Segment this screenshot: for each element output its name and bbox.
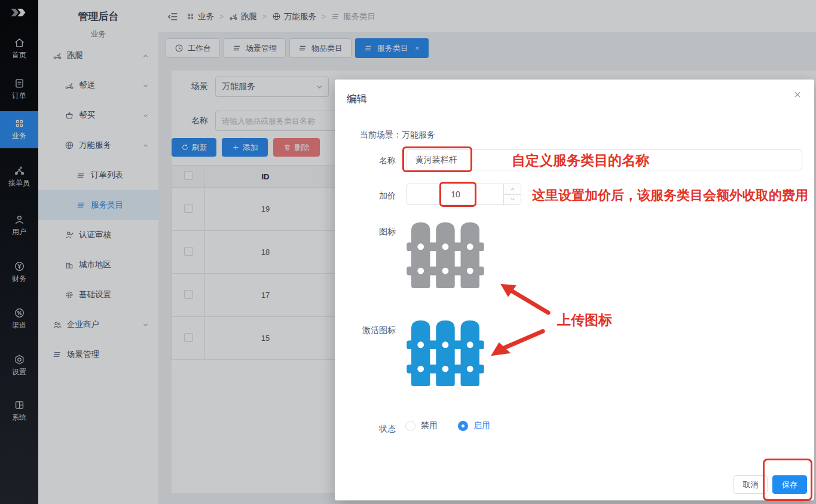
annotation-arrows: [335, 80, 814, 500]
arrow-head: [502, 285, 515, 296]
price-number-input: [407, 184, 521, 205]
arrow-to-gray-icon: [511, 291, 548, 313]
category-active-icon-upload[interactable]: [407, 319, 484, 387]
price-field-input[interactable]: [407, 184, 504, 204]
number-stepper: [503, 184, 521, 204]
name-field-label: 名称: [343, 155, 396, 166]
arrow-head: [492, 343, 509, 355]
status-radio-enabled[interactable]: [458, 421, 468, 431]
price-field-label: 加价: [343, 191, 396, 201]
save-button[interactable]: 保存: [772, 475, 807, 494]
chevron-up-icon: [510, 187, 515, 192]
status-radio-group: 禁用 启用: [405, 420, 490, 431]
name-field-input[interactable]: [407, 149, 802, 170]
status-radio-disabled[interactable]: [405, 421, 415, 431]
admin-app: 首页 订单 业务 接单员 用户 财务 渠道 设置: [0, 0, 816, 504]
stepper-up-button[interactable]: [504, 184, 521, 195]
chevron-down-icon: [510, 197, 515, 202]
current-scene-label: 当前场景：: [360, 130, 402, 139]
stepper-down-button[interactable]: [504, 195, 521, 205]
dialog-title: 编辑: [347, 92, 367, 106]
cancel-button[interactable]: 取消: [734, 475, 768, 494]
status-radio-enabled-label[interactable]: 启用: [473, 420, 490, 431]
active-icon-field-label: 激活图标: [343, 325, 396, 336]
current-scene-value: 万能服务: [402, 130, 435, 139]
arrow-to-blue-icon: [504, 331, 543, 348]
category-icon-upload[interactable]: [407, 221, 484, 289]
status-radio-disabled-label[interactable]: 禁用: [421, 420, 438, 431]
status-field-label: 状态: [343, 424, 396, 435]
annotation-upload-note: 上传图标: [557, 311, 612, 329]
annotation-price-note: 这里设置加价后，该服务类目会额外收取的费用: [532, 187, 808, 204]
current-scene-row: 当前场景：万能服务: [360, 130, 435, 140]
edit-dialog: 编辑 × 当前场景：万能服务 名称 加价 图标 激活图标 状态: [335, 80, 814, 500]
icon-field-label: 图标: [343, 227, 396, 237]
close-icon[interactable]: ×: [794, 88, 801, 100]
